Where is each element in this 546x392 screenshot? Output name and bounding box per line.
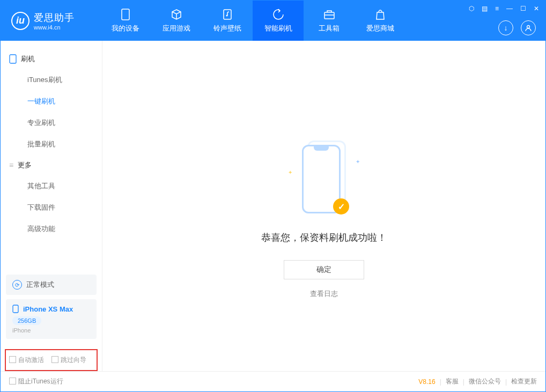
nav-tab-store[interactable]: 爱思商城 [355,1,405,41]
phone-icon [12,305,19,313]
nav-tab-flash[interactable]: 智能刷机 [253,1,304,41]
nav-label: 应用游戏 [163,24,190,33]
svg-rect-6 [13,305,18,313]
success-message: 恭喜您，保资料刷机成功啦！ [261,231,387,244]
list-icon: ≡ [9,161,13,169]
sidebar-item-itunes[interactable]: iTunes刷机 [1,69,102,91]
flash-options-box: 自动激活 跳过向导 [5,349,98,371]
sidebar-item-advanced[interactable]: 高级功能 [1,218,102,240]
nav-tab-ringtone[interactable]: 铃声壁纸 [202,1,253,41]
list-icon[interactable]: ▤ [482,5,488,12]
device-type: iPhone [12,327,90,334]
menu-icon[interactable]: ≡ [495,5,499,12]
skip-guide-checkbox[interactable]: 跳过向导 [51,356,86,365]
version-text: V8.16 [418,378,435,386]
sidebar-item-batch[interactable]: 批量刷机 [1,134,102,155]
nav-label: 工具箱 [319,24,340,33]
sidebar-item-firmware[interactable]: 下载固件 [1,197,102,218]
view-log-link[interactable]: 查看日志 [310,289,338,299]
svg-point-4 [527,26,530,28]
header-actions: ↓ [498,20,536,35]
shirt-icon[interactable]: ⬡ [469,5,474,12]
footer-link-support[interactable]: 客服 [446,377,459,386]
sidebar-item-oneclick[interactable]: 一键刷机 [1,91,102,112]
nav-label: 爱思商城 [366,24,394,33]
cube-icon [171,9,182,20]
nav-tab-apps[interactable]: 应用游戏 [151,1,202,41]
success-graphic: ✓ ✦ ✦ [300,143,348,218]
nav-tab-device[interactable]: 我的设备 [100,1,151,41]
maximize-icon[interactable]: ☐ [520,5,526,12]
app-name: 爱思助手 [34,11,75,24]
refresh-icon [272,9,284,20]
status-bar: 阻止iTunes运行 V8.16 | 客服 | 微信公众号 | 检查更新 [1,371,545,391]
nav-label: 铃声壁纸 [213,24,241,33]
footer-link-wechat[interactable]: 微信公众号 [469,377,501,386]
mode-text: 正常模式 [26,280,54,290]
section-title: 更多 [18,160,32,170]
footer-link-update[interactable]: 检查更新 [511,377,537,386]
sparkle-icon: ✦ [356,159,360,165]
nav-tabs: 我的设备 应用游戏 铃声壁纸 智能刷机 工具箱 爱思商城 [100,1,405,41]
sidebar-item-pro[interactable]: 专业刷机 [1,112,102,134]
nav-label: 智能刷机 [264,24,292,33]
auto-activate-checkbox[interactable]: 自动激活 [9,356,44,365]
section-title: 刷机 [21,54,35,64]
mode-icon: ⟳ [12,280,22,290]
svg-rect-0 [122,9,129,20]
minimize-icon[interactable]: — [506,5,513,12]
app-header: iu 爱思助手 www.i4.cn 我的设备 应用游戏 铃声壁纸 智能刷机 工具… [1,1,545,41]
logo: iu 爱思助手 www.i4.cn [1,11,100,31]
phone-icon [9,54,17,64]
user-icon[interactable] [521,20,536,35]
download-icon[interactable]: ↓ [498,20,513,35]
nav-tab-toolbox[interactable]: 工具箱 [304,1,355,41]
window-controls: ⬡ ▤ ≡ — ☐ ✕ [469,5,539,12]
nav-label: 我的设备 [112,24,139,33]
device-info[interactable]: iPhone XS Max 256GB iPhone [6,299,97,339]
sidebar-section-more: ≡ 更多 [1,155,102,175]
bag-icon [374,9,386,20]
sidebar-item-othertools[interactable]: 其他工具 [1,175,102,197]
device-mode[interactable]: ⟳ 正常模式 [6,275,97,295]
logo-icon: iu [11,12,29,30]
svg-rect-3 [324,12,334,19]
main-content: ✓ ✦ ✦ 恭喜您，保资料刷机成功啦！ 确定 查看日志 [102,41,545,371]
block-itunes-checkbox[interactable]: 阻止iTunes运行 [9,377,63,386]
sparkle-icon: ✦ [288,169,292,175]
music-icon [222,9,233,20]
ok-button[interactable]: 确定 [284,260,364,279]
svg-rect-5 [10,55,16,63]
sidebar-section-flash: 刷机 [1,49,102,69]
close-icon[interactable]: ✕ [534,5,539,12]
check-icon: ✓ [333,198,349,215]
storage-badge: 256GB [12,316,41,325]
sidebar: 刷机 iTunes刷机 一键刷机 专业刷机 批量刷机 ≡ 更多 其他工具 下载固… [1,41,102,371]
svg-point-2 [226,14,227,16]
device-name: iPhone XS Max [23,305,73,313]
device-icon [120,9,131,20]
app-url: www.i4.cn [34,24,75,31]
toolbox-icon [323,9,335,20]
